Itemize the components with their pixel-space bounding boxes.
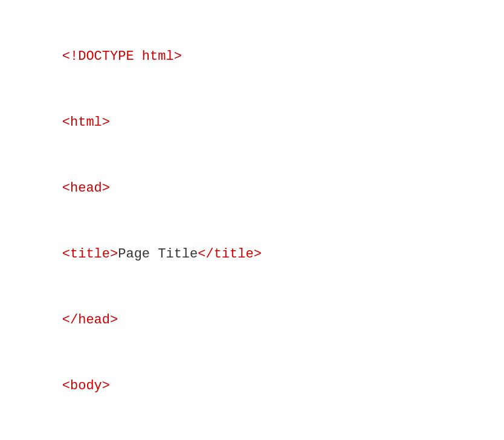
doctype-tag: <!DOCTYPE html> — [62, 49, 182, 64]
title-text: Page Title — [118, 247, 198, 262]
code-line-2: <html> — [30, 90, 474, 156]
body-open-tag: <body> — [62, 378, 110, 393]
code-display: <!DOCTYPE html> <html> <head> <title>Pag… — [30, 24, 474, 440]
head-close-tag: </head> — [62, 312, 118, 328]
code-line-4: <title>Page Title</title> — [30, 222, 474, 288]
title-close-tag: </title> — [198, 247, 262, 262]
code-line-3: <head> — [30, 156, 474, 222]
html-open-tag: <html> — [62, 115, 110, 130]
code-line-5: </head> — [30, 288, 474, 354]
code-line-1: <!DOCTYPE html> — [30, 24, 474, 90]
code-line-6: <body> — [30, 353, 474, 419]
title-open-tag: <title> — [62, 247, 118, 262]
blank-line-1 — [30, 419, 474, 440]
head-open-tag: <head> — [62, 181, 110, 196]
